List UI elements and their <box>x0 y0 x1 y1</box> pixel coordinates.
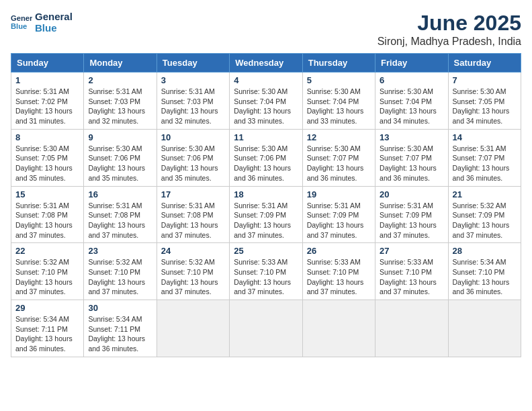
sunset-label: Sunset: 7:09 PM <box>380 211 432 219</box>
sunset-label: Sunset: 7:06 PM <box>234 154 286 162</box>
calendar-cell: 2 Sunrise: 5:31 AM Sunset: 7:03 PM Dayli… <box>84 73 157 130</box>
week-row-5: 29 Sunrise: 5:34 AM Sunset: 7:11 PM Dayl… <box>11 300 521 357</box>
calendar-cell: 23 Sunrise: 5:32 AM Sunset: 7:10 PM Dayl… <box>84 243 157 300</box>
month-title: June 2025 <box>378 11 521 36</box>
day-number: 12 <box>307 132 371 142</box>
sunrise-label: Sunrise: 5:34 AM <box>453 258 506 266</box>
sunset-label: Sunset: 7:10 PM <box>161 268 214 276</box>
sunrise-label: Sunrise: 5:31 AM <box>88 87 142 95</box>
sunrise-label: Sunrise: 5:31 AM <box>453 144 506 152</box>
sunrise-label: Sunrise: 5:30 AM <box>380 87 433 95</box>
sunset-label: Sunset: 7:10 PM <box>88 268 140 276</box>
sunrise-label: Sunrise: 5:31 AM <box>88 201 142 210</box>
col-thursday: Thursday <box>302 54 375 73</box>
day-number: 15 <box>15 189 79 199</box>
calendar-cell: 26 Sunrise: 5:33 AM Sunset: 7:10 PM Dayl… <box>302 243 375 300</box>
calendar-cell: 11 Sunrise: 5:30 AM Sunset: 7:06 PM Dayl… <box>230 129 302 186</box>
day-number: 11 <box>234 132 298 142</box>
daylight-label: Daylight: 13 hours and 37 minutes. <box>307 278 364 296</box>
day-info: Sunrise: 5:30 AM Sunset: 7:05 PM Dayligh… <box>15 144 79 183</box>
sunset-label: Sunset: 7:02 PM <box>15 97 68 105</box>
day-info: Sunrise: 5:32 AM Sunset: 7:09 PM Dayligh… <box>453 201 517 240</box>
day-number: 1 <box>15 75 79 85</box>
daylight-label: Daylight: 13 hours and 31 minutes. <box>15 107 73 125</box>
day-info: Sunrise: 5:31 AM Sunset: 7:08 PM Dayligh… <box>88 201 152 240</box>
daylight-label: Daylight: 13 hours and 32 minutes. <box>161 107 218 125</box>
sunrise-label: Sunrise: 5:34 AM <box>15 315 69 323</box>
sunset-label: Sunset: 7:10 PM <box>453 268 505 276</box>
day-info: Sunrise: 5:30 AM Sunset: 7:04 PM Dayligh… <box>234 87 298 126</box>
sunset-label: Sunset: 7:07 PM <box>307 154 359 162</box>
calendar-cell: 7 Sunrise: 5:30 AM Sunset: 7:05 PM Dayli… <box>448 73 521 130</box>
calendar-table: Sunday Monday Tuesday Wednesday Thursday… <box>11 53 521 357</box>
sunrise-label: Sunrise: 5:31 AM <box>161 201 215 210</box>
calendar-cell: 10 Sunrise: 5:30 AM Sunset: 7:06 PM Dayl… <box>157 129 229 186</box>
day-info: Sunrise: 5:30 AM Sunset: 7:06 PM Dayligh… <box>88 144 152 183</box>
daylight-label: Daylight: 13 hours and 36 minutes. <box>453 164 510 182</box>
day-info: Sunrise: 5:30 AM Sunset: 7:05 PM Dayligh… <box>453 87 517 126</box>
daylight-label: Daylight: 13 hours and 35 minutes. <box>161 164 218 182</box>
daylight-label: Daylight: 13 hours and 36 minutes. <box>234 164 291 182</box>
day-number: 29 <box>15 303 79 313</box>
day-info: Sunrise: 5:30 AM Sunset: 7:06 PM Dayligh… <box>161 144 225 183</box>
day-number: 2 <box>88 75 152 85</box>
logo-icon: General Blue <box>11 11 32 33</box>
sunrise-label: Sunrise: 5:30 AM <box>307 144 361 152</box>
day-info: Sunrise: 5:30 AM Sunset: 7:07 PM Dayligh… <box>307 144 371 183</box>
calendar-cell: 15 Sunrise: 5:31 AM Sunset: 7:08 PM Dayl… <box>11 186 84 243</box>
sunrise-label: Sunrise: 5:31 AM <box>15 87 69 95</box>
sunrise-label: Sunrise: 5:30 AM <box>380 144 433 152</box>
calendar-cell: 17 Sunrise: 5:31 AM Sunset: 7:08 PM Dayl… <box>157 186 229 243</box>
day-info: Sunrise: 5:31 AM Sunset: 7:09 PM Dayligh… <box>380 201 443 240</box>
daylight-label: Daylight: 13 hours and 36 minutes. <box>380 164 437 182</box>
day-number: 16 <box>88 189 152 199</box>
sunset-label: Sunset: 7:05 PM <box>15 154 68 162</box>
daylight-label: Daylight: 13 hours and 37 minutes. <box>234 278 291 296</box>
week-row-1: 1 Sunrise: 5:31 AM Sunset: 7:02 PM Dayli… <box>11 73 521 130</box>
sunrise-label: Sunrise: 5:31 AM <box>15 201 69 210</box>
sunset-label: Sunset: 7:08 PM <box>161 211 214 219</box>
sunrise-label: Sunrise: 5:31 AM <box>380 201 433 210</box>
svg-text:General: General <box>11 14 32 22</box>
daylight-label: Daylight: 13 hours and 35 minutes. <box>15 164 73 182</box>
calendar-cell: 21 Sunrise: 5:32 AM Sunset: 7:09 PM Dayl… <box>448 186 521 243</box>
day-number: 25 <box>234 246 298 256</box>
header: General Blue General Blue June 2025 Siro… <box>11 11 521 48</box>
sunset-label: Sunset: 7:10 PM <box>15 268 68 276</box>
col-wednesday: Wednesday <box>230 54 302 73</box>
calendar-cell: 27 Sunrise: 5:33 AM Sunset: 7:10 PM Dayl… <box>375 243 448 300</box>
day-number: 13 <box>380 132 443 142</box>
daylight-label: Daylight: 13 hours and 34 minutes. <box>380 107 437 125</box>
day-number: 7 <box>453 75 517 85</box>
calendar-cell: 4 Sunrise: 5:30 AM Sunset: 7:04 PM Dayli… <box>230 73 302 130</box>
sunrise-label: Sunrise: 5:31 AM <box>307 201 361 210</box>
subtitle: Sironj, Madhya Pradesh, India <box>378 36 521 48</box>
day-number: 10 <box>161 132 225 142</box>
sunrise-label: Sunrise: 5:33 AM <box>234 258 287 266</box>
logo-line1: General <box>35 11 73 22</box>
sunset-label: Sunset: 7:07 PM <box>453 154 505 162</box>
daylight-label: Daylight: 13 hours and 37 minutes. <box>88 278 145 296</box>
daylight-label: Daylight: 13 hours and 37 minutes. <box>161 278 218 296</box>
sunset-label: Sunset: 7:08 PM <box>88 211 140 219</box>
daylight-label: Daylight: 13 hours and 36 minutes. <box>453 278 510 296</box>
col-tuesday: Tuesday <box>157 54 229 73</box>
day-info: Sunrise: 5:30 AM Sunset: 7:06 PM Dayligh… <box>234 144 298 183</box>
sunrise-label: Sunrise: 5:30 AM <box>88 144 142 152</box>
sunset-label: Sunset: 7:04 PM <box>234 97 286 105</box>
sunset-label: Sunset: 7:09 PM <box>453 211 505 219</box>
calendar-cell: 5 Sunrise: 5:30 AM Sunset: 7:04 PM Dayli… <box>302 73 375 130</box>
daylight-label: Daylight: 13 hours and 34 minutes. <box>453 107 510 125</box>
day-info: Sunrise: 5:31 AM Sunset: 7:03 PM Dayligh… <box>88 87 152 126</box>
day-number: 28 <box>453 246 517 256</box>
daylight-label: Daylight: 13 hours and 36 minutes. <box>15 334 73 353</box>
sunrise-label: Sunrise: 5:30 AM <box>307 87 361 95</box>
calendar-cell: 28 Sunrise: 5:34 AM Sunset: 7:10 PM Dayl… <box>448 243 521 300</box>
day-number: 20 <box>380 189 443 199</box>
day-info: Sunrise: 5:31 AM Sunset: 7:03 PM Dayligh… <box>161 87 225 126</box>
day-number: 21 <box>453 189 517 199</box>
col-sunday: Sunday <box>11 54 84 73</box>
daylight-label: Daylight: 13 hours and 37 minutes. <box>380 221 437 239</box>
calendar-cell: 25 Sunrise: 5:33 AM Sunset: 7:10 PM Dayl… <box>230 243 302 300</box>
day-info: Sunrise: 5:32 AM Sunset: 7:10 PM Dayligh… <box>15 257 79 297</box>
